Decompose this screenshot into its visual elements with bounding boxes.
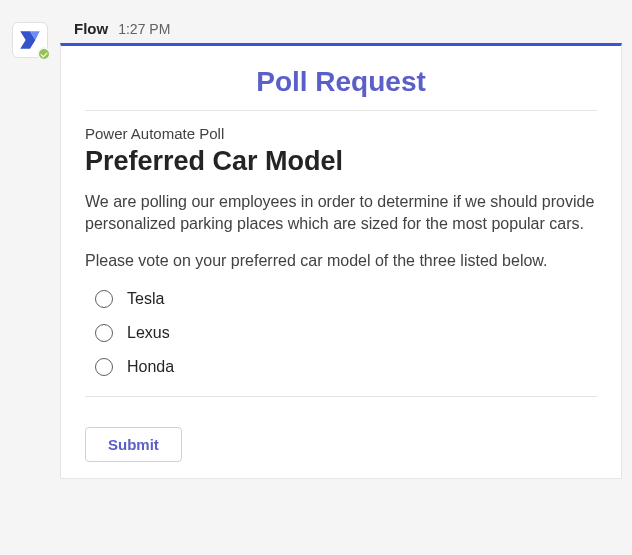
adaptive-card: Poll Request Power Automate Poll Preferr…: [60, 43, 622, 479]
option-label: Lexus: [127, 324, 170, 342]
option-label: Honda: [127, 358, 174, 376]
poll-option[interactable]: Lexus: [89, 316, 593, 350]
message-header: Flow 1:27 PM: [60, 10, 622, 43]
poll-instruction: Please vote on your preferred car model …: [85, 250, 597, 272]
card-title: Poll Request: [85, 66, 597, 111]
message-column: Flow 1:27 PM Poll Request Power Automate…: [60, 10, 632, 479]
radio-icon: [95, 358, 113, 376]
poll-question: Preferred Car Model: [85, 146, 597, 177]
poll-description: We are polling our employees in order to…: [85, 191, 597, 236]
poll-option[interactable]: Tesla: [89, 282, 593, 316]
flow-avatar[interactable]: [12, 22, 48, 58]
avatar-column: [0, 10, 60, 58]
poll-subhead: Power Automate Poll: [85, 125, 597, 142]
message-time: 1:27 PM: [118, 21, 170, 37]
radio-icon: [95, 290, 113, 308]
sender-name[interactable]: Flow: [74, 20, 108, 37]
submit-button[interactable]: Submit: [85, 427, 182, 462]
radio-icon: [95, 324, 113, 342]
poll-options: Tesla Lexus Honda: [85, 282, 597, 397]
poll-option[interactable]: Honda: [89, 350, 593, 384]
presence-available-icon: [37, 47, 51, 61]
option-label: Tesla: [127, 290, 164, 308]
submit-row: Submit: [85, 397, 597, 462]
